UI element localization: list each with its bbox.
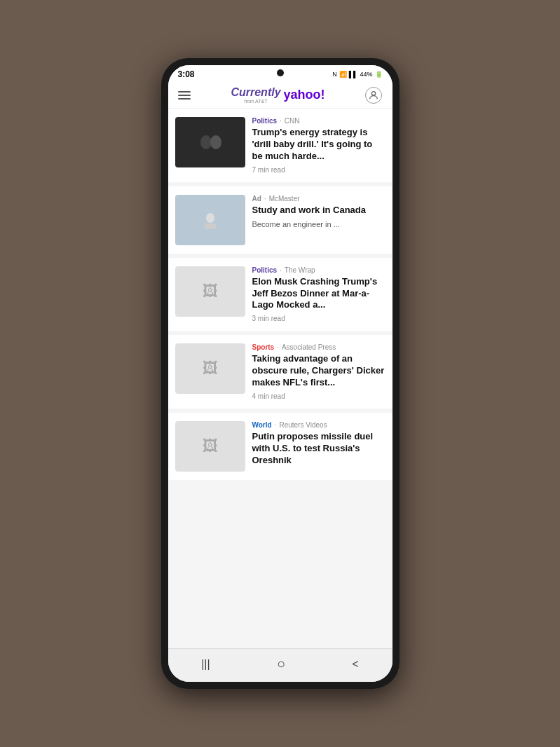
news-content: Politics · CNN Trump's energy strategy i…	[252, 117, 385, 174]
svg-point-3	[210, 135, 221, 149]
news-content: World · Reuters Videos Putin proposes mi…	[252, 421, 385, 467]
home-icon: ○	[277, 656, 285, 672]
svg-point-0	[372, 91, 376, 95]
news-source: CNN	[285, 117, 300, 125]
news-feed[interactable]: Politics · CNN Trump's energy strategy i…	[168, 109, 392, 648]
yahoo-logo: yahoo!	[284, 88, 325, 102]
news-read-time: 3 min read	[252, 315, 385, 322]
wifi-icon: 📶	[339, 71, 347, 78]
news-meta: Politics · The Wrap	[252, 266, 385, 274]
news-category: Ad	[252, 195, 261, 203]
camera-notch	[277, 69, 284, 76]
recent-apps-icon: |||	[201, 658, 210, 671]
news-source: The Wrap	[285, 266, 315, 274]
news-meta: World · Reuters Videos	[252, 421, 385, 429]
back-icon: <	[352, 658, 358, 671]
svg-point-5	[206, 213, 214, 223]
news-content: Politics · The Wrap Elon Musk Crashing T…	[252, 266, 385, 323]
news-thumbnail: 🖼	[175, 421, 245, 472]
news-content: Sports · Associated Press Taking advanta…	[252, 343, 385, 400]
hamburger-menu[interactable]	[178, 91, 191, 100]
thumb-placeholder-icon: 🖼	[203, 282, 218, 301]
news-title: Elon Musk Crashing Trump's Jeff Bezos Di…	[252, 276, 385, 312]
svg-rect-6	[205, 224, 216, 229]
news-thumbnail	[175, 117, 245, 167]
news-meta: Sports · Associated Press	[252, 343, 385, 351]
back-button[interactable]: <	[352, 658, 358, 671]
news-source: Reuters Videos	[279, 421, 327, 429]
news-item[interactable]: Ad · McMaster Study and work in Canada B…	[168, 186, 392, 254]
logo-area: Currently from AT&T yahoo!	[231, 86, 325, 104]
thumb-placeholder-icon: 🖼	[203, 359, 218, 378]
news-category: Politics	[252, 117, 278, 125]
news-source: McMaster	[269, 195, 300, 203]
svg-point-2	[200, 135, 212, 149]
news-item[interactable]: 🖼 World · Reuters Videos Putin proposes …	[168, 413, 392, 480]
news-title: Trump's energy strategy is 'drill baby d…	[252, 127, 385, 163]
news-category: World	[252, 421, 272, 429]
news-read-time: 4 min read	[252, 392, 385, 400]
news-item[interactable]: 🖼 Politics · The Wrap Elon Musk Crashing…	[168, 258, 392, 331]
bottom-nav: ||| ○ <	[168, 648, 392, 682]
news-title: Taking advantage of an obscure rule, Cha…	[252, 353, 385, 389]
profile-button[interactable]	[365, 87, 382, 104]
news-title: Putin proposes missile duel with U.S. to…	[252, 431, 385, 467]
news-thumbnail: 🖼	[175, 266, 245, 317]
home-button[interactable]: ○	[277, 656, 285, 672]
nfc-icon: N	[332, 71, 337, 78]
battery-graphic: 🔋	[375, 71, 383, 78]
news-meta: Ad · McMaster	[252, 195, 385, 203]
status-time: 3:08	[178, 69, 195, 79]
news-item[interactable]: Politics · CNN Trump's energy strategy i…	[168, 109, 392, 182]
recent-apps-button[interactable]: |||	[201, 658, 210, 671]
battery-icon: 44%	[360, 71, 372, 78]
news-read-time: 7 min read	[252, 166, 385, 174]
status-icons: N 📶 ▌▌ 44% 🔋	[332, 71, 382, 78]
news-thumbnail	[175, 195, 245, 245]
thumb-placeholder-icon: 🖼	[203, 437, 218, 455]
news-category: Sports	[252, 343, 275, 351]
top-nav: Currently from AT&T yahoo!	[168, 82, 392, 109]
logo-currently: Currently from AT&T	[231, 86, 280, 104]
news-category: Politics	[252, 266, 278, 274]
currently-sub: from AT&T	[245, 99, 268, 104]
phone-device: 3:08 N 📶 ▌▌ 44% 🔋 Currently from AT&T	[161, 58, 399, 689]
news-title: Study and work in Canada	[252, 205, 385, 217]
news-item[interactable]: 🖼 Sports · Associated Press Taking advan…	[168, 335, 392, 409]
news-description: Become an engineer in ...	[252, 220, 385, 228]
news-meta: Politics · CNN	[252, 117, 385, 125]
phone-screen: 3:08 N 📶 ▌▌ 44% 🔋 Currently from AT&T	[168, 65, 392, 682]
currently-text: Currently	[231, 86, 280, 99]
news-content: Ad · McMaster Study and work in Canada B…	[252, 195, 385, 228]
news-source: Associated Press	[282, 343, 336, 351]
signal-icon: ▌▌	[349, 71, 358, 78]
news-thumbnail: 🖼	[175, 343, 245, 394]
